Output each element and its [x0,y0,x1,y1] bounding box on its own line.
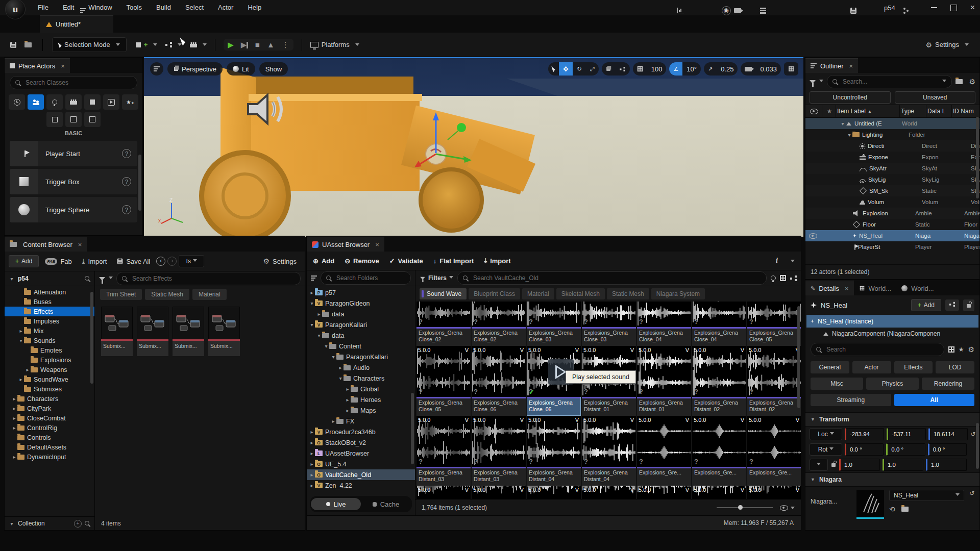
move-tool[interactable]: ✥ [559,62,573,76]
vault-folder-Audio[interactable]: ▸Audio [307,362,415,373]
browse-to-asset-icon[interactable] [901,507,909,512]
category-basic-icon[interactable] [28,94,44,110]
sound-asset-tile[interactable]: 5.0.0V [527,486,581,499]
place-actor-item[interactable]: Player Start ? [10,141,137,166]
sound-asset-tile[interactable]: 5.0.0V? Explosions_GrenaDistant_04 [582,416,636,486]
rotation-dropdown[interactable]: Rot [810,443,842,456]
scale-dropdown[interactable] [810,459,828,471]
uasset-browser-tab[interactable]: UAsset Browser× [307,237,384,252]
instance-row[interactable]: NS_Heal (Instance) [806,315,978,328]
menu-build[interactable]: Build [149,0,178,15]
surface-snap-toggle[interactable] [615,62,630,76]
sound-asset-tile[interactable]: 5.0.0V [472,486,526,499]
vault-folder-StackOBot_v2[interactable]: ▸OStackOBot_v2 [307,437,415,448]
minimize-button[interactable] [931,7,937,8]
filters-dropdown[interactable]: Filters [420,274,453,282]
play-options-kebab[interactable]: ⋮ [282,41,289,48]
vault-folder-ParagonKallari[interactable]: ▾VParagonKallari [307,319,415,330]
location-y-field[interactable]: -537.11 [887,428,926,440]
browse-button[interactable] [20,39,38,51]
tree-scrollbar[interactable] [90,292,93,384]
folder-Emotes[interactable]: Emotes [5,345,94,355]
sound-asset-tile[interactable]: 5.0.0V? Explosions_GrenaDistant_03 [472,416,526,486]
uasset-flat-import-button[interactable]: ↓Flat Import [433,257,474,265]
reset-location-icon[interactable]: ↺ [970,431,975,438]
uasset-import-button[interactable]: ⤓Import [484,257,510,265]
details-chip-effects[interactable]: Effects [894,361,933,373]
outliner-row[interactable]: NS_Heal Niaga Niaga [805,230,979,241]
type-chip-static-mesh[interactable]: Static Mesh [607,288,649,299]
details-settings-icon[interactable]: ⚙ [968,346,974,353]
category-shapes-icon[interactable] [84,94,101,110]
outliner-settings-icon[interactable]: ⚙ [969,78,975,85]
outliner-search-input[interactable] [842,78,939,86]
category-geometry-icon[interactable] [46,112,63,127]
uasset-remove-button[interactable]: ⊖Remove [345,257,379,265]
favorites-icon[interactable]: ★ [959,346,964,353]
folder-Effects[interactable]: Effects [5,307,94,316]
vault-folder-UAssetBrowser[interactable]: ▸LUAssetBrowser [307,448,415,459]
search-collections-icon[interactable] [85,521,90,527]
platforms-dropdown[interactable]: Platforms [306,38,363,52]
sound-asset-tile[interactable]: 5.0.0V? Explosions_Gre... [692,416,746,486]
type-column-header[interactable]: Type [900,105,926,117]
level-tab[interactable]: Untitled* [40,15,113,33]
vault-folder-data[interactable]: ▸data [307,309,415,319]
search-folders-field[interactable] [321,271,411,285]
add-component-button[interactable]: +Add [911,299,941,311]
close-button[interactable]: × [970,4,975,12]
camera-speed-icon[interactable] [741,62,756,76]
details-chip-physics[interactable]: Physics [866,378,919,390]
folder-CityPark[interactable]: ▸CityPark [5,404,94,413]
location-x-field[interactable]: -283.94 [845,428,884,440]
search-assets-field[interactable] [116,272,301,285]
show-dropdown[interactable]: Show [259,62,288,76]
outliner-row[interactable]: Expone Expon Expon [805,152,979,163]
world-settings-tab[interactable]: World... [854,281,897,295]
add-collection-icon[interactable]: + [74,520,82,528]
eject-button[interactable]: ▲ [267,41,275,48]
outliner-row[interactable]: Floor Static Floor [805,219,979,230]
search-classes-field[interactable] [10,76,137,89]
sound-asset-tile[interactable]: 5.0.0V? Explosions_GrenaClose_06 [472,346,526,416]
vault-folder-Procedur2ca346b[interactable]: ▸VProcedur2ca346b [307,427,415,437]
sound-asset-tile[interactable]: 5.0.0V? Explosions_Gre... [637,416,691,486]
help-icon[interactable]: ? [122,149,131,158]
menu-select[interactable]: Select [178,0,211,15]
sound-asset-tile[interactable]: ? Explosions_GrenaClose_03 [527,302,581,346]
filter-chip-trim-sheet[interactable]: Trim Sheet [100,289,142,300]
vault-folder-ParagonKallari[interactable]: ▾ParagonKallari [307,352,415,362]
submix-asset-tile[interactable]: Submix... [101,307,133,356]
close-icon[interactable]: × [845,285,849,292]
vault-folder-UE_5.4[interactable]: ▸OUE_5.4 [307,459,415,469]
tile-view-icon[interactable] [780,275,786,281]
location-z-field[interactable]: 18.6114 [928,428,968,440]
vault-folder-p57[interactable]: ▸Pp57 [307,287,415,298]
asset-filter-icon[interactable] [99,277,105,281]
add-content-button[interactable]: +Add [9,255,39,267]
folder-DynamicInput[interactable]: ▸DynamicInput [5,452,94,462]
uasset-validate-button[interactable]: ✓Validate [389,257,423,265]
sound-asset-tile[interactable]: 5.0.0V? Explosions_GrenaClose_05 [416,346,471,416]
details-chip-actor[interactable]: Actor [852,361,891,373]
live-toggle[interactable]: Live [311,498,361,510]
outliner-row[interactable]: Directi Direct Direct [805,140,979,152]
world-local-toggle[interactable] [602,62,615,76]
vault-folder-VaultCache_Old[interactable]: ▸OVaultCache_Old [307,469,415,480]
vault-folder-Maps[interactable]: ▸Maps [307,405,415,416]
search-vault-input[interactable] [472,274,761,282]
folder-SoundWave[interactable]: ▸SoundWave [5,374,94,384]
outliner-row[interactable]: SkyLig SkyLig SkyLig [805,174,979,185]
place-actor-item[interactable]: Trigger Box ? [10,169,137,194]
type-chip-blueprint-class[interactable]: Blueprint Class [469,288,520,299]
outliner-search-field[interactable] [827,75,952,88]
sound-asset-tile[interactable]: 5.0.0V [747,486,801,499]
id-name-column-header[interactable]: ID Nam [952,105,979,117]
category-lights-icon[interactable] [46,94,63,110]
vault-folder-ParagonGideon[interactable]: ▾VParagonGideon [307,298,415,309]
vault-folder-Heroes[interactable]: ▸Heroes [307,394,415,405]
close-icon[interactable]: × [849,62,853,70]
scale-z-field[interactable]: 1.0 [926,459,967,471]
folder-Explosions[interactable]: Explosions [5,355,94,365]
snapshot-icon[interactable] [734,8,741,13]
